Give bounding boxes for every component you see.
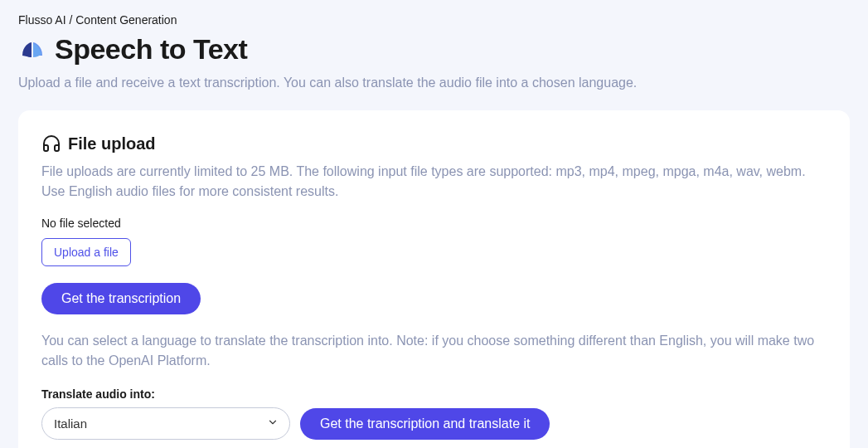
get-transcription-button[interactable]: Get the transcription (41, 283, 201, 314)
file-status: No file selected (41, 217, 827, 230)
headphones-icon (41, 134, 61, 153)
section-description: File uploads are currently limited to 25… (41, 162, 827, 202)
page-title: Speech to Text (55, 33, 247, 66)
file-upload-card: File upload File uploads are currently l… (18, 110, 850, 448)
upload-file-button[interactable]: Upload a file (41, 238, 131, 266)
section-title: File upload (68, 134, 156, 153)
transcribe-translate-button[interactable]: Get the transcription and translate it (300, 408, 550, 440)
breadcrumb: Flusso AI / Content Generation (18, 13, 850, 27)
page-subtitle: Upload a file and receive a text transcr… (18, 75, 850, 90)
translate-note: You can select a language to translate t… (41, 331, 827, 371)
translate-label: Translate audio into: (41, 387, 827, 401)
flusso-logo-icon (18, 36, 46, 64)
title-row: Speech to Text (18, 33, 850, 66)
language-select[interactable]: Italian (41, 407, 290, 440)
language-select-wrap: Italian (41, 407, 290, 440)
translate-row: Italian Get the transcription and transl… (41, 407, 827, 440)
section-header: File upload (41, 134, 827, 153)
